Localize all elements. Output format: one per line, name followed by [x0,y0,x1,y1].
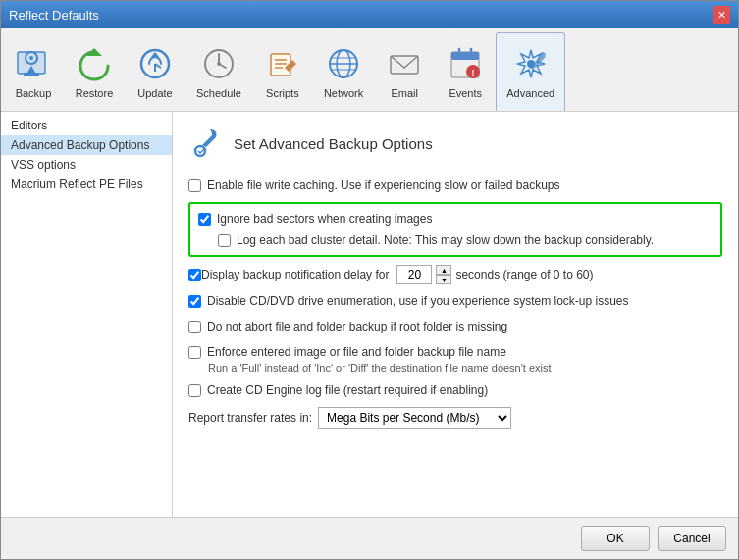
checkbox-backup-notification[interactable] [188,269,201,281]
svg-point-2 [29,56,33,60]
title-bar: Reflect Defaults ✕ [1,1,738,28]
restore-icon [75,44,114,83]
advanced-icon [511,44,551,83]
option-file-write-cache: Enable file write caching. Use if experi… [188,177,722,194]
option-enforce-image: Enforce entered image or file and folder… [188,343,722,361]
option-create-cd-log: Create CD Engine log file (restart requi… [188,382,722,399]
svg-rect-3 [24,73,39,76]
checkbox-file-write-cache[interactable] [188,179,201,192]
toolbar-item-scripts[interactable]: Scripts [252,32,313,111]
footer: OK Cancel [1,517,738,559]
panel-title: Set Advanced Backup Options [234,135,433,152]
highlight-box-bad-sectors: Ignore bad sectors when creating images … [188,202,722,257]
sidebar: Editors Advanced Backup Options VSS opti… [1,112,173,517]
label-log-bad-cluster[interactable]: Log each bad cluster detail. Note: This … [237,233,654,247]
checkbox-do-not-abort[interactable] [188,321,201,333]
checkbox-disable-cddvd[interactable] [188,295,201,308]
label-do-not-abort[interactable]: Do not abort file and folder backup if r… [207,320,507,333]
toolbar-label-advanced: Advanced [506,87,554,99]
label-backup-notification[interactable]: Display backup notification delay for [201,268,389,281]
window-title: Reflect Defaults [9,8,99,23]
toolbar-item-update[interactable]: Update [125,32,185,111]
label-ignore-bad-sectors[interactable]: Ignore bad sectors when creating images [217,212,432,226]
cancel-button[interactable]: Cancel [658,526,726,551]
toolbar-item-network[interactable]: Network [313,32,374,111]
dropdown-transfer-rates[interactable]: Mega Bits per Second (Mb/s) Kilo Bits pe… [318,407,511,429]
label-disable-cddvd[interactable]: Disable CD/DVD drive enumeration, use if… [207,294,629,308]
toolbar: Backup Restore Update [1,28,738,112]
option-log-bad-cluster: Log each bad cluster detail. Note: This … [218,231,713,249]
label-file-write-cache[interactable]: Enable file write caching. Use if experi… [207,178,560,192]
toolbar-label-restore: Restore [76,87,114,99]
enforce-image-subtext: Run a 'Full' instead of 'Inc' or 'Diff' … [208,362,722,374]
option-backup-notification: Display backup notification delay for ▲ … [188,265,722,284]
spinner-up-button[interactable]: ▲ [436,265,451,275]
toolbar-label-update: Update [137,87,172,99]
sidebar-item-pe-files[interactable]: Macrium Reflect PE Files [1,175,172,194]
toolbar-label-email: Email [391,87,418,99]
option-do-not-abort: Do not abort file and folder backup if r… [188,318,722,335]
backup-icon [14,44,53,83]
schedule-icon [199,44,238,83]
sidebar-item-editors[interactable]: Editors [1,116,172,135]
content-area: Editors Advanced Backup Options VSS opti… [1,112,738,517]
checkbox-ignore-bad-sectors[interactable] [198,213,211,226]
toolbar-item-restore[interactable]: Restore [64,32,125,111]
toolbar-item-email[interactable]: Email [374,32,435,111]
sidebar-item-vss-options[interactable]: VSS options [1,155,172,175]
toolbar-label-network: Network [324,87,363,99]
dropdown-transfer-label: Report transfer rates in: [188,411,312,425]
svg-text:!: ! [472,68,475,77]
sidebar-item-advanced-backup-options[interactable]: Advanced Backup Options [1,135,172,155]
spinner-suffix: seconds (range of 0 to 60) [455,268,593,281]
network-icon [324,44,363,83]
email-icon [385,44,424,83]
main-window: Reflect Defaults ✕ Backup Restore [0,0,739,560]
spinner-notification-delay[interactable] [396,265,432,284]
toolbar-item-backup[interactable]: Backup [3,32,64,111]
toolbar-label-schedule: Schedule [196,87,241,99]
scripts-icon [263,44,302,83]
option-ignore-bad-sectors: Ignore bad sectors when creating images [198,210,713,228]
option-disable-cddvd: Disable CD/DVD drive enumeration, use if… [188,292,722,310]
ok-button[interactable]: OK [581,526,650,551]
panel-header-icon [188,126,224,161]
label-enforce-image[interactable]: Enforce entered image or file and folder… [207,345,506,359]
svg-rect-23 [451,52,479,60]
spinner-arrows: ▲ ▼ [436,265,451,284]
toolbar-item-schedule[interactable]: Schedule [185,32,252,111]
checkbox-log-bad-cluster[interactable] [218,234,231,247]
dropdown-transfer-rates-row: Report transfer rates in: Mega Bits per … [188,407,722,429]
spinner-down-button[interactable]: ▼ [436,275,451,284]
main-panel: Set Advanced Backup Options Enable file … [173,112,738,517]
toolbar-item-advanced[interactable]: Advanced [496,32,565,111]
panel-header: Set Advanced Backup Options [188,126,722,161]
label-create-cd-log[interactable]: Create CD Engine log file (restart requi… [207,383,488,397]
update-icon [135,44,175,83]
events-icon: ! [446,44,485,83]
toolbar-label-backup: Backup [16,87,52,99]
toolbar-label-scripts: Scripts [266,87,299,99]
option-enforce-image-group: Enforce entered image or file and folder… [188,343,722,374]
svg-point-29 [195,146,205,156]
svg-point-11 [217,62,221,66]
toolbar-label-events: Events [449,87,482,99]
checkbox-create-cd-log[interactable] [188,384,201,397]
checkbox-enforce-image[interactable] [188,346,201,359]
close-button[interactable]: ✕ [713,6,730,24]
toolbar-item-events[interactable]: ! Events [435,32,496,111]
